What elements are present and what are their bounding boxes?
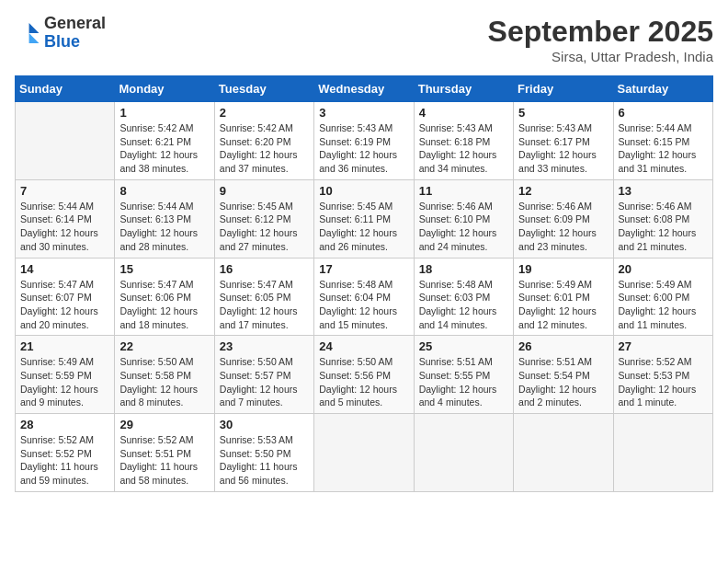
calendar-cell: 26Sunrise: 5:51 AM Sunset: 5:54 PM Dayli… [514,336,613,414]
weekday-header-row: SundayMondayTuesdayWednesdayThursdayFrid… [16,76,713,102]
day-number: 26 [518,339,608,353]
day-info: Sunrise: 5:47 AM Sunset: 6:06 PM Dayligh… [119,278,209,332]
day-info: Sunrise: 5:50 AM Sunset: 5:57 PM Dayligh… [220,355,309,409]
day-info: Sunrise: 5:49 AM Sunset: 6:01 PM Dayligh… [518,278,608,332]
day-number: 28 [20,418,109,431]
day-number: 7 [20,184,109,198]
day-number: 13 [619,184,708,198]
day-info: Sunrise: 5:43 AM Sunset: 6:17 PM Dayligh… [518,121,608,176]
day-number: 1 [119,106,209,120]
svg-marker-1 [29,33,40,43]
day-info: Sunrise: 5:48 AM Sunset: 6:03 PM Dayligh… [419,278,508,332]
calendar-cell: 14Sunrise: 5:47 AM Sunset: 6:07 PM Dayli… [16,258,115,336]
week-row-4: 21Sunrise: 5:49 AM Sunset: 5:59 PM Dayli… [16,336,713,414]
calendar-cell: 21Sunrise: 5:49 AM Sunset: 5:59 PM Dayli… [16,336,115,414]
calendar-body: 1Sunrise: 5:42 AM Sunset: 6:21 PM Daylig… [16,102,713,492]
day-info: Sunrise: 5:47 AM Sunset: 6:05 PM Dayligh… [220,278,309,332]
calendar-cell: 13Sunrise: 5:46 AM Sunset: 6:08 PM Dayli… [613,179,712,258]
calendar-cell: 9Sunrise: 5:45 AM Sunset: 6:12 PM Daylig… [214,179,313,258]
day-number: 30 [220,418,309,431]
weekday-thursday: Thursday [414,76,513,102]
day-number: 15 [119,262,209,276]
day-info: Sunrise: 5:45 AM Sunset: 6:11 PM Dayligh… [319,200,408,254]
day-number: 16 [220,262,309,276]
calendar-cell: 24Sunrise: 5:50 AM Sunset: 5:56 PM Dayli… [314,336,414,414]
calendar-cell: 10Sunrise: 5:45 AM Sunset: 6:11 PM Dayli… [314,179,414,258]
day-info: Sunrise: 5:47 AM Sunset: 6:07 PM Dayligh… [20,278,109,332]
calendar-cell [16,102,115,180]
calendar-cell: 4Sunrise: 5:43 AM Sunset: 6:18 PM Daylig… [414,102,513,180]
week-row-3: 14Sunrise: 5:47 AM Sunset: 6:07 PM Dayli… [16,258,713,336]
calendar-cell: 6Sunrise: 5:44 AM Sunset: 6:15 PM Daylig… [613,102,712,180]
day-info: Sunrise: 5:44 AM Sunset: 6:15 PM Dayligh… [619,121,708,176]
day-info: Sunrise: 5:43 AM Sunset: 6:18 PM Dayligh… [419,121,508,176]
day-number: 21 [20,339,109,353]
day-info: Sunrise: 5:44 AM Sunset: 6:14 PM Dayligh… [20,200,109,254]
day-info: Sunrise: 5:52 AM Sunset: 5:53 PM Dayligh… [619,355,708,409]
day-number: 19 [518,262,608,276]
day-number: 25 [419,339,508,353]
day-info: Sunrise: 5:52 AM Sunset: 5:52 PM Dayligh… [20,433,109,488]
day-info: Sunrise: 5:52 AM Sunset: 5:51 PM Dayligh… [119,433,209,488]
calendar-cell: 1Sunrise: 5:42 AM Sunset: 6:21 PM Daylig… [115,102,214,180]
weekday-monday: Monday [115,76,214,102]
day-number: 23 [220,339,309,353]
calendar-cell: 30Sunrise: 5:53 AM Sunset: 5:50 PM Dayli… [214,414,313,492]
weekday-sunday: Sunday [16,76,115,102]
location: Sirsa, Uttar Pradesh, India [488,49,713,64]
logo: General Blue [15,15,106,52]
day-number: 20 [619,262,708,276]
weekday-saturday: Saturday [613,76,712,102]
calendar-cell: 8Sunrise: 5:44 AM Sunset: 6:13 PM Daylig… [115,179,214,258]
calendar-cell [613,414,712,492]
calendar-cell [514,414,613,492]
calendar-cell: 19Sunrise: 5:49 AM Sunset: 6:01 PM Dayli… [514,258,613,336]
week-row-2: 7Sunrise: 5:44 AM Sunset: 6:14 PM Daylig… [16,179,713,258]
week-row-1: 1Sunrise: 5:42 AM Sunset: 6:21 PM Daylig… [16,102,713,180]
day-info: Sunrise: 5:42 AM Sunset: 6:21 PM Dayligh… [119,121,209,176]
logo-text: General Blue [44,15,106,52]
calendar-cell: 5Sunrise: 5:43 AM Sunset: 6:17 PM Daylig… [514,102,613,180]
day-info: Sunrise: 5:42 AM Sunset: 6:20 PM Dayligh… [220,121,309,176]
calendar-cell: 22Sunrise: 5:50 AM Sunset: 5:58 PM Dayli… [115,336,214,414]
day-info: Sunrise: 5:46 AM Sunset: 6:09 PM Dayligh… [518,200,608,254]
calendar-cell: 7Sunrise: 5:44 AM Sunset: 6:14 PM Daylig… [16,179,115,258]
day-info: Sunrise: 5:53 AM Sunset: 5:50 PM Dayligh… [220,433,309,488]
day-number: 3 [319,106,408,120]
day-info: Sunrise: 5:51 AM Sunset: 5:54 PM Dayligh… [518,355,608,409]
calendar-cell: 17Sunrise: 5:48 AM Sunset: 6:04 PM Dayli… [314,258,414,336]
day-number: 22 [119,339,209,353]
day-info: Sunrise: 5:46 AM Sunset: 6:10 PM Dayligh… [419,200,508,254]
logo-icon [15,20,40,46]
day-info: Sunrise: 5:49 AM Sunset: 5:59 PM Dayligh… [20,355,109,409]
day-number: 5 [518,106,608,120]
day-number: 24 [319,339,408,353]
day-number: 29 [119,418,209,431]
month-title: September 2025 [488,15,713,49]
week-row-5: 28Sunrise: 5:52 AM Sunset: 5:52 PM Dayli… [16,414,713,492]
day-number: 18 [419,262,508,276]
day-number: 6 [619,106,708,120]
weekday-wednesday: Wednesday [314,76,414,102]
day-number: 27 [619,339,708,353]
logo-general: General [44,15,106,33]
calendar-cell [414,414,513,492]
calendar-cell: 11Sunrise: 5:46 AM Sunset: 6:10 PM Dayli… [414,179,513,258]
calendar-cell: 29Sunrise: 5:52 AM Sunset: 5:51 PM Dayli… [115,414,214,492]
day-number: 9 [220,184,309,198]
day-info: Sunrise: 5:48 AM Sunset: 6:04 PM Dayligh… [319,278,408,332]
day-info: Sunrise: 5:46 AM Sunset: 6:08 PM Dayligh… [619,200,708,254]
title-block: September 2025 Sirsa, Uttar Pradesh, Ind… [488,15,713,64]
day-number: 14 [20,262,109,276]
day-number: 17 [319,262,408,276]
day-number: 8 [119,184,209,198]
calendar-cell: 27Sunrise: 5:52 AM Sunset: 5:53 PM Dayli… [613,336,712,414]
calendar-cell: 15Sunrise: 5:47 AM Sunset: 6:06 PM Dayli… [115,258,214,336]
svg-marker-0 [29,23,40,33]
weekday-friday: Friday [514,76,613,102]
calendar: SundayMondayTuesdayWednesdayThursdayFrid… [15,75,713,492]
calendar-cell: 20Sunrise: 5:49 AM Sunset: 6:00 PM Dayli… [613,258,712,336]
day-info: Sunrise: 5:50 AM Sunset: 5:56 PM Dayligh… [319,355,408,409]
calendar-cell: 2Sunrise: 5:42 AM Sunset: 6:20 PM Daylig… [214,102,313,180]
calendar-cell: 3Sunrise: 5:43 AM Sunset: 6:19 PM Daylig… [314,102,414,180]
